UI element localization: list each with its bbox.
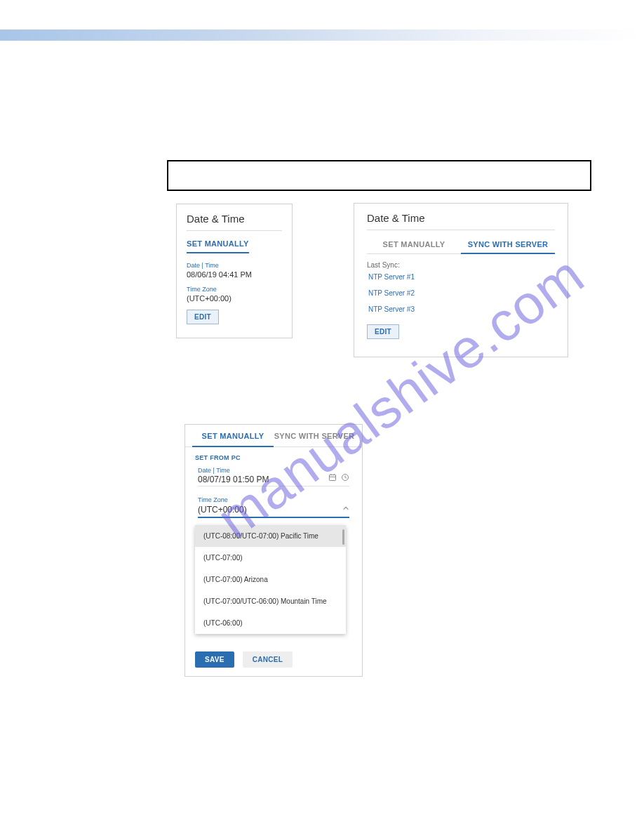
date-time-row: Date | Time 08/07/19 01:50 PM <box>198 467 349 486</box>
date-time-value: 08/07/19 01:50 PM <box>198 475 328 484</box>
dropdown-item[interactable]: (UTC-07:00) <box>195 547 346 569</box>
ntp-server-3[interactable]: NTP Server #3 <box>368 305 555 313</box>
tab-set-manually[interactable]: SET MANUALLY <box>187 237 249 253</box>
dropdown-item[interactable]: (UTC-08:00/UTC-07:00) Pacific Time <box>195 525 346 547</box>
edit-button[interactable]: EDIT <box>187 310 219 324</box>
tab-set-manually[interactable]: SET MANUALLY <box>367 236 461 253</box>
timezone-value: (UTC+00:00) <box>198 505 342 515</box>
date-time-value: 08/06/19 04:41 PM <box>187 270 282 279</box>
date-time-card-sync: Date & Time SET MANUALLY SYNC WITH SERVE… <box>354 203 568 357</box>
timezone-row[interactable]: Time Zone (UTC+00:00) <box>198 496 349 518</box>
set-from-pc-link[interactable]: SET FROM PC <box>185 447 362 467</box>
tab-sync-with-server[interactable]: SYNC WITH SERVER <box>461 236 555 254</box>
button-row: SAVE CANCEL <box>185 644 362 676</box>
timezone-label: Time Zone <box>187 286 282 293</box>
date-time-label: Date | Time <box>198 467 328 474</box>
calendar-icon[interactable] <box>328 472 337 484</box>
timezone-value: (UTC+00:00) <box>187 294 282 303</box>
dropdown-item[interactable]: (UTC-07:00) Arizona <box>195 569 346 590</box>
tab-set-manually[interactable]: SET MANUALLY <box>192 425 274 447</box>
last-sync-label: Last Sync: <box>367 261 555 269</box>
chevron-up-icon[interactable] <box>342 502 349 515</box>
timezone-dropdown[interactable]: (UTC-08:00/UTC-07:00) Pacific Time (UTC-… <box>195 525 346 634</box>
dropdown-item[interactable]: (UTC-07:00/UTC-06:00) Mountain Time <box>195 590 346 612</box>
tab-sync-with-server[interactable]: SYNC WITH SERVER <box>274 425 355 446</box>
save-button[interactable]: SAVE <box>195 651 234 668</box>
edit-button[interactable]: EDIT <box>367 324 399 339</box>
framed-box <box>167 160 591 191</box>
cancel-button[interactable]: CANCEL <box>243 651 293 668</box>
date-time-label: Date | Time <box>187 262 282 269</box>
tabs-row: SET MANUALLY SYNC WITH SERVER <box>367 236 555 254</box>
svg-rect-0 <box>330 475 336 480</box>
svg-line-6 <box>345 477 347 478</box>
clock-icon[interactable] <box>341 472 349 484</box>
date-time-edit-panel: SET MANUALLY SYNC WITH SERVER SET FROM P… <box>185 424 363 677</box>
ntp-server-1[interactable]: NTP Server #1 <box>368 273 555 281</box>
date-time-card-manual: Date & Time SET MANUALLY Date | Time 08/… <box>176 204 293 338</box>
timezone-label: Time Zone <box>198 496 342 503</box>
card-title: Date & Time <box>187 213 282 231</box>
dropdown-item[interactable]: (UTC-06:00) <box>195 612 346 634</box>
card-title: Date & Time <box>367 212 555 230</box>
ntp-server-2[interactable]: NTP Server #2 <box>368 289 555 297</box>
header-gradient <box>0 29 644 41</box>
scrollbar[interactable] <box>342 529 344 545</box>
tabs-row: SET MANUALLY SYNC WITH SERVER <box>185 425 362 447</box>
